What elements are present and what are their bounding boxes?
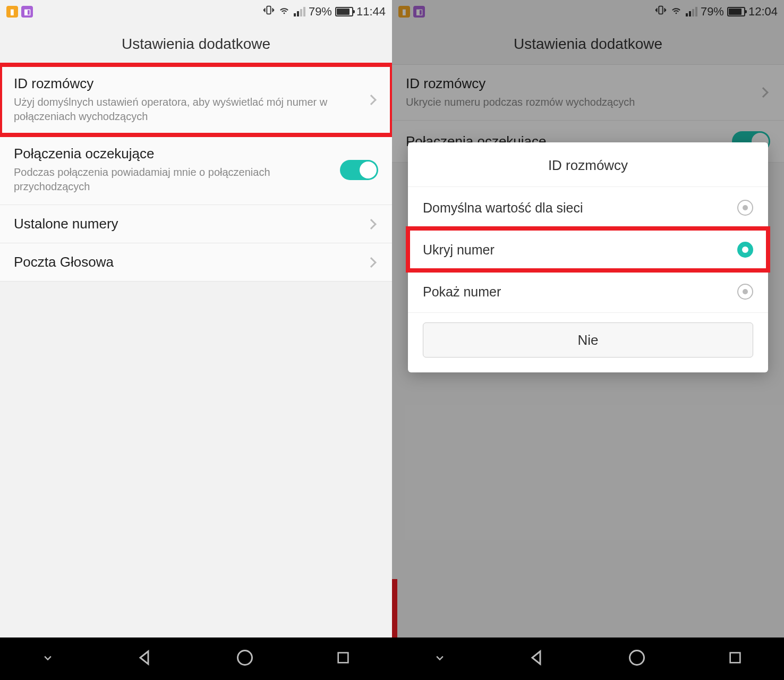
radio-selected-icon (737, 242, 753, 258)
call-waiting-sub: Podczas połączenia powiadamiaj mnie o po… (14, 165, 333, 194)
svg-rect-0 (267, 6, 270, 14)
nav-recent-icon[interactable] (727, 649, 744, 668)
page-title: Ustawienia dodatkowe (0, 23, 392, 65)
nav-menu-icon[interactable] (432, 650, 447, 667)
screen-right: ▮ ◧ 79% 12:04 Ustawienia dodatkowe ID ro… (392, 0, 784, 680)
caller-id-title: ID rozmówcy (14, 75, 360, 92)
battery-icon (335, 7, 353, 16)
nav-home-icon[interactable] (235, 648, 254, 669)
notif-icon-purple: ◧ (21, 6, 33, 18)
nav-back-icon[interactable] (527, 648, 547, 669)
option-label: Ukryj numer (423, 242, 495, 258)
chevron-right-icon (366, 95, 377, 105)
battery-percent: 79% (309, 5, 332, 19)
option-hide-number[interactable]: Ukryj numer (408, 228, 768, 270)
svg-rect-2 (338, 653, 348, 663)
notif-icon-orange: ▮ (6, 6, 18, 18)
row-voicemail[interactable]: Poczta Głosowa (0, 243, 392, 282)
screen-left: ▮ ◧ 79% 11:44 Ustawienia dodatkowe ID ro… (0, 0, 392, 680)
call-waiting-title: Połączenia oczekujące (14, 146, 333, 162)
svg-point-4 (629, 651, 644, 665)
call-waiting-toggle[interactable] (340, 160, 378, 180)
svg-point-1 (237, 651, 252, 665)
nav-home-icon[interactable] (627, 648, 646, 669)
wifi-icon (278, 4, 291, 19)
nav-bar (392, 638, 784, 680)
settings-list: ID rozmówcy Użyj domyślnych ustawień ope… (0, 65, 392, 282)
radio-unselected-icon (737, 284, 753, 300)
caller-id-sub: Użyj domyślnych ustawień operatora, aby … (14, 95, 360, 124)
dialog-title: ID rozmówcy (408, 142, 768, 186)
option-label: Domyślna wartość dla sieci (423, 200, 583, 216)
nav-recent-icon[interactable] (335, 649, 352, 668)
svg-rect-5 (730, 653, 740, 663)
clock: 11:44 (356, 5, 386, 19)
chevron-right-icon (366, 257, 377, 268)
nav-bar (0, 638, 392, 680)
dialog-cancel-button[interactable]: Nie (423, 322, 753, 358)
row-caller-id[interactable]: ID rozmówcy Użyj domyślnych ustawień ope… (0, 65, 392, 135)
radio-unselected-icon (737, 200, 753, 216)
nav-menu-icon[interactable] (40, 650, 55, 667)
option-network-default[interactable]: Domyślna wartość dla sieci (408, 186, 768, 228)
status-bar: ▮ ◧ 79% 11:44 (0, 0, 392, 23)
fixed-numbers-title: Ustalone numery (14, 216, 360, 232)
nav-back-icon[interactable] (135, 648, 155, 669)
caller-id-dialog: ID rozmówcy Domyślna wartość dla sieci U… (408, 142, 768, 372)
option-label: Pokaż numer (423, 284, 501, 300)
voicemail-title: Poczta Głosowa (14, 254, 360, 270)
option-show-number[interactable]: Pokaż numer (408, 270, 768, 312)
row-call-waiting[interactable]: Połączenia oczekujące Podczas połączenia… (0, 135, 392, 205)
chevron-right-icon (366, 219, 377, 230)
signal-icon (294, 7, 305, 16)
vibrate-icon (263, 4, 275, 19)
row-fixed-numbers[interactable]: Ustalone numery (0, 205, 392, 243)
